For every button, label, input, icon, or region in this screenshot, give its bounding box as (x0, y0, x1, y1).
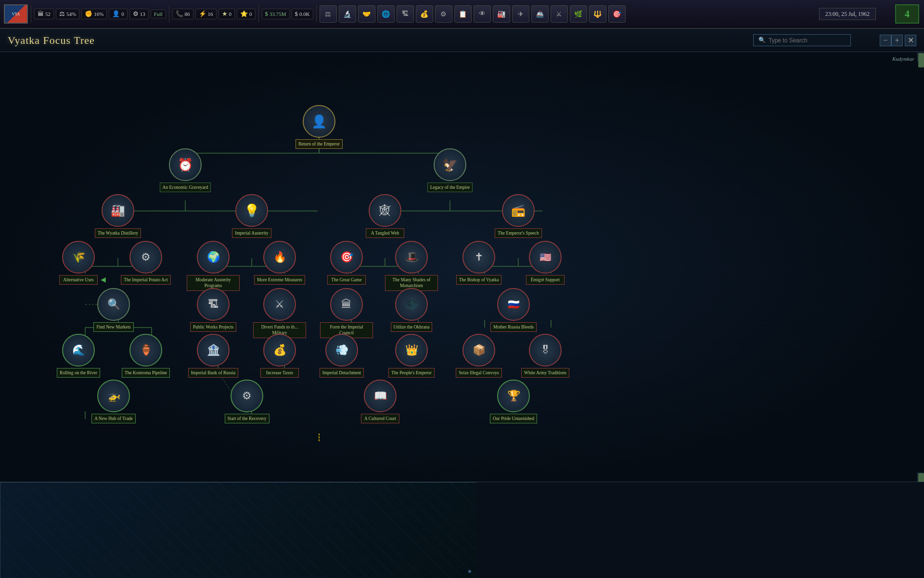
node-utilize-okhrana[interactable]: 🌑 Utilize the Okhrana (385, 288, 438, 332)
great-game-icon: 🎯 (330, 241, 363, 274)
node-moderate-austerity[interactable]: 🌍 Moderate Austerity Programs (187, 241, 240, 291)
find-new-markets-label: Find New Markets (93, 322, 133, 332)
cultured-court-icon: 📖 (364, 380, 397, 412)
node-return-emperor[interactable]: 👤 Return of the Emperor (293, 105, 346, 149)
mother-russia-label: Mother Russia Bleeds (490, 322, 537, 332)
node-divert-funds[interactable]: ⚔ Divert Funds to th... Military (253, 288, 306, 338)
node-great-game[interactable]: 🎯 The Great Game (320, 241, 373, 285)
kostroma-pipeline-icon: 🏺 (129, 334, 162, 367)
topbar: VYA 🏛52 ⚖54% ✊16% 👤0 ⚙13 Full 📞86 ⚡16 ★0… (0, 0, 924, 29)
misc3-button[interactable]: 🎯 (608, 5, 626, 23)
more-extreme-label: More Extreme Measures (254, 275, 305, 285)
trade-button[interactable]: 🌐 (377, 5, 395, 23)
node-increase-taxes[interactable]: 💰 Increase Taxes (253, 334, 306, 378)
pride-untarnished-label: Our Pride Untarnished (490, 414, 537, 423)
research-stat: ⭐0 (237, 9, 256, 19)
imperial-potato-icon: ⚙ (129, 241, 162, 274)
industry-button[interactable]: 🏭 (493, 5, 510, 23)
navy-button[interactable]: 🚢 (531, 5, 549, 23)
node-legacy-empire[interactable]: 🦅 Legacy of the Empire (424, 148, 476, 192)
zoom-out-button[interactable]: − (880, 35, 891, 46)
politics-button[interactable]: ⚖ (320, 5, 337, 23)
emperors-speech-icon: 📻 (502, 194, 535, 227)
treasury-stat: $33.75M (262, 9, 290, 19)
return-emperor-icon: 👤 (303, 105, 335, 138)
white-army-label: White Army Traditions (521, 368, 569, 378)
node-find-new-markets[interactable]: 🔍 Find New Markets (87, 288, 140, 332)
node-kostroma-pipeline[interactable]: 🏺 The Kostroma Pipeline (119, 334, 172, 378)
mother-russia-icon: 🇷🇺 (497, 288, 530, 321)
node-cultured-court[interactable]: 📖 A Cultured Court (354, 380, 407, 423)
imperial-bank-icon: 🏦 (197, 334, 230, 367)
air-button[interactable]: ✈ (512, 5, 529, 23)
node-emperors-speech[interactable]: 📻 The Emperor's Speech (492, 194, 545, 238)
misc1-button[interactable]: 🌿 (570, 5, 587, 23)
node-many-shades[interactable]: 🎩 The Many Shades of Monarchism (385, 241, 438, 291)
moderate-austerity-icon: 🌍 (197, 241, 230, 274)
manpower-stat: ✊16% (81, 9, 107, 19)
misc2-button[interactable]: 🔱 (589, 5, 606, 23)
white-army-icon: 🎖 (529, 334, 562, 367)
focus-button[interactable]: 📋 (454, 5, 472, 23)
node-imperial-austerity[interactable]: 💡 Imperial Austerity (225, 194, 278, 238)
income-stat: $0.0K (292, 9, 313, 19)
scroll-up[interactable] (917, 52, 924, 62)
imperial-detachment-label: Imperial Detachment (320, 368, 364, 378)
start-recovery-icon: ⚙ (231, 380, 263, 412)
node-imperial-detachment[interactable]: 💨 ⇔ Imperial Detachment (315, 334, 368, 378)
imperial-potato-label: The Imperial Potato Act (121, 275, 171, 285)
country-flag[interactable]: VYA (4, 4, 28, 24)
node-rolling-river[interactable]: 🌊 Rolling on the River (52, 334, 105, 378)
node-pride-untarnished[interactable]: 🏆 Our Pride Untarnished (487, 380, 540, 423)
new-hub-trade-icon: 🚁 (97, 380, 130, 412)
peoples-emperor-icon: 👑 (395, 334, 428, 367)
emigre-support-icon: 🇺🇸 (529, 241, 562, 274)
stability-stat: 🏛52 (34, 9, 54, 19)
node-wyatka-distillery[interactable]: 🏭 The Wyatka Distillery (91, 194, 144, 238)
node-more-extreme[interactable]: 🔥 ⇔ More Extreme Measures (253, 241, 306, 285)
imperial-austerity-icon: 💡 (235, 194, 268, 227)
node-white-army[interactable]: 🎖 White Army Traditions (519, 334, 572, 378)
peoples-emperor-label: The People's Emperor (388, 368, 435, 378)
legacy-empire-label: Legacy of the Empire (427, 183, 473, 192)
economic-graveyard-icon: ⏰ (169, 148, 202, 181)
legacy-empire-icon: 🦅 (434, 148, 466, 181)
node-form-imperial-council[interactable]: 🏛 Form the Imperial Council (320, 288, 373, 338)
node-alternative-uses[interactable]: 🌾 Alternative Uses ◀ (52, 241, 105, 285)
node-imperial-potato[interactable]: ⚙ The Imperial Potato Act (119, 241, 172, 285)
scroll-down[interactable] (917, 472, 924, 482)
cultured-court-label: A Cultured Court (361, 414, 399, 423)
node-peoples-emperor[interactable]: 👑 The People's Emperor (385, 334, 438, 378)
node-economic-graveyard[interactable]: ⏰ An Economic Graveyard (159, 148, 212, 192)
more-extreme-icon: 🔥 ⇔ (263, 241, 296, 274)
research-button[interactable]: 🔬 (339, 5, 356, 23)
search-box[interactable]: 🔍 (753, 34, 851, 46)
search-input[interactable] (769, 37, 846, 44)
intelligence-button[interactable]: 👁 (474, 5, 491, 23)
army-button[interactable]: ⚔ (551, 5, 568, 23)
alternative-uses-icon: 🌾 (62, 241, 95, 274)
node-emigre-support[interactable]: 🇺🇸 Émigré Support (519, 241, 572, 285)
diplomacy-button[interactable]: 🤝 (358, 5, 375, 23)
node-mother-russia[interactable]: 🇷🇺 Mother Russia Bleeds (487, 288, 540, 332)
division-stat: 👤0 (109, 9, 128, 19)
zoom-in-button[interactable]: + (891, 35, 903, 46)
utilize-okhrana-icon: 🌑 (395, 288, 428, 321)
construction-button[interactable]: 🏗 (397, 5, 414, 23)
node-start-recovery[interactable]: ⚙ Start of the Recovery (220, 380, 273, 423)
production-button[interactable]: 💰 (416, 5, 433, 23)
wyatka-distillery-label: The Wyatka Distillery (95, 228, 141, 238)
rolling-river-icon: 🌊 (62, 334, 95, 367)
game-speed[interactable]: 4 (895, 4, 919, 24)
start-recovery-label: Start of the Recovery (225, 414, 270, 423)
utilize-okhrana-label: Utilize the Okhrana (391, 322, 433, 332)
close-button[interactable]: ✕ (905, 35, 916, 46)
logistics-button[interactable]: ⚙ (435, 5, 452, 23)
node-imperial-bank[interactable]: 🏦 Imperial Bank of Russia (187, 334, 240, 378)
node-public-works[interactable]: 🏗 Public Works Projects (187, 288, 240, 332)
node-bishop-vyatka[interactable]: ✝ The Bishop of Vyatka (452, 241, 505, 285)
node-new-hub-trade[interactable]: 🚁 A New Hub of Trade (87, 380, 140, 423)
node-tangled-web[interactable]: 🕸 A Tangled Web (359, 194, 411, 238)
node-seize-convoys[interactable]: 📦 Seize Illegal Convoys (452, 334, 505, 378)
search-icon: 🔍 (758, 37, 766, 44)
